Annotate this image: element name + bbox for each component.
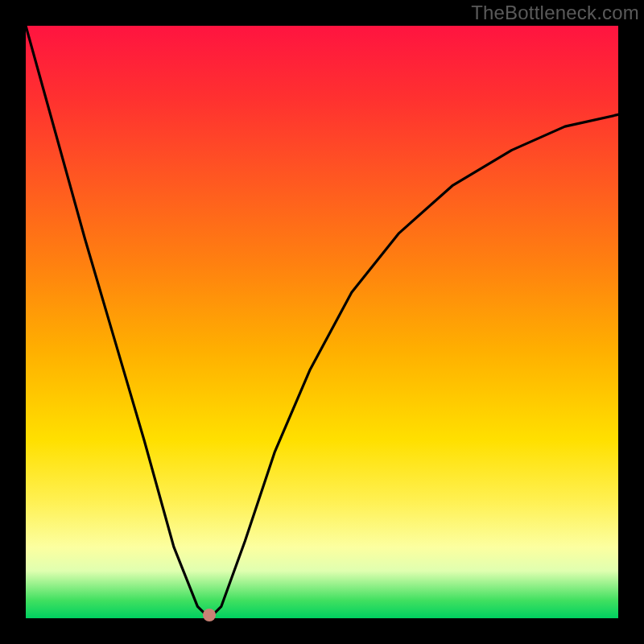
bottleneck-curve [26, 26, 618, 618]
watermark-text: TheBottleneck.com [471, 2, 639, 24]
plot-area [26, 26, 618, 618]
curve-path [26, 26, 618, 618]
chart-frame: TheBottleneck.com [0, 0, 644, 644]
min-marker [203, 609, 216, 621]
